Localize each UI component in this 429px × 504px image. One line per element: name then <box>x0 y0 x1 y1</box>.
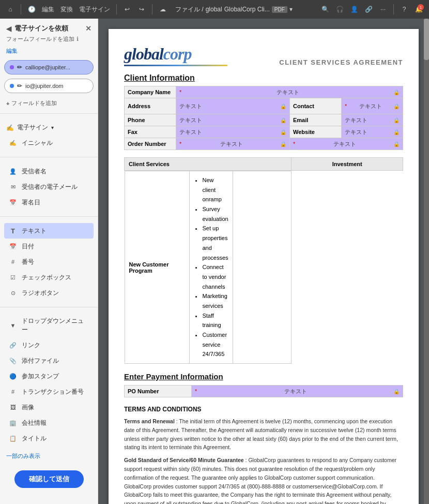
terms-para-gold: Gold Standard of Service/60 Minute Guara… <box>124 456 403 504</box>
po-number-field[interactable]: * テキスト 🔒 <box>192 386 403 397</box>
link-icon[interactable]: 🔗 <box>362 3 375 16</box>
sep4 <box>393 4 394 14</box>
subtitle-text: フォームフィールドを追加 <box>6 35 74 43</box>
text-icon: T <box>8 226 18 235</box>
sep3 <box>152 4 152 14</box>
format-badge: PDF <box>272 6 287 13</box>
esign-menu[interactable]: 電子サイン <box>79 5 110 14</box>
field-item-stamp[interactable]: 🔵 参加スタンプ <box>4 368 94 384</box>
website-field[interactable]: テキスト 🔒 <box>342 126 403 138</box>
field-item-title[interactable]: 📋 タイトル <box>4 431 94 446</box>
field-item-recipient-email[interactable]: ✉ 受信者の電子メール <box>4 179 94 195</box>
signer-item-1[interactable]: ✏ calliope@jupiter... <box>4 60 94 75</box>
logo-container: globalcorp <box>124 45 227 66</box>
field-item-initial[interactable]: ✍ イニシャル <box>4 135 94 151</box>
field-item-image[interactable]: 🖼 画像 <box>4 399 94 415</box>
terms-para-renewal: Terms and Renewal : The initial term of … <box>124 417 403 452</box>
history-icon[interactable]: 🕐 <box>25 3 38 16</box>
lock-icon-fax: 🔒 <box>280 129 286 135</box>
edit-label[interactable]: 編集 <box>6 48 18 54</box>
format-chevron[interactable]: ▾ <box>289 6 293 13</box>
phone-field[interactable]: テキスト 🔒 <box>176 114 290 126</box>
order-number-field2[interactable]: * テキスト 🔒 <box>290 138 403 150</box>
edit-menu[interactable]: 編集 <box>42 5 54 14</box>
form-fields-section: T テキスト 📅 日付 # 番号 ☑ チェックボックス ⊙ ラジオボタン <box>0 221 98 303</box>
field-item-dropdown[interactable]: ▼ ドロップダウンメニュー <box>4 314 94 337</box>
add-field-btn[interactable]: + フィールドを追加 <box>0 95 98 109</box>
field-item-date[interactable]: 📅 日付 <box>4 239 94 254</box>
user-icon[interactable]: 👤 <box>348 3 360 16</box>
main-content: globalcorp CLIENT SERVICES AGREEMENT Cli… <box>98 19 429 504</box>
confirm-send-button[interactable]: 確認して送信 <box>14 470 84 488</box>
field-item-radio[interactable]: ⊙ ラジオボタン <box>4 285 94 301</box>
field-item-link[interactable]: 🔗 リンク <box>4 337 94 353</box>
divider-1 <box>0 113 98 114</box>
initial-label: イニシャル <box>22 139 53 147</box>
image-label: 画像 <box>22 403 34 412</box>
close-icon[interactable]: ✕ <box>85 24 91 33</box>
panel-title: 電子サインを依頼 <box>14 24 68 33</box>
email-field[interactable]: テキスト 🔒 <box>342 114 403 126</box>
program-item-3: Connect to vendor channels <box>202 262 228 291</box>
services-program-cell: New Customer Program New client onramp S… <box>125 171 292 364</box>
esign-header[interactable]: ✍ 電子サイン ▾ <box>4 120 94 135</box>
bell-icon[interactable]: 🔔 1 <box>412 3 425 16</box>
required-star-po: * <box>195 388 197 394</box>
help-icon[interactable]: ? <box>398 3 410 16</box>
required-star-order: * <box>179 141 181 147</box>
field-item-checkbox[interactable]: ☑ チェックボックス <box>4 270 94 285</box>
terms-bold-renewal: Terms and Renewal <box>124 418 175 424</box>
lock-icon-po: 🔒 <box>393 389 400 394</box>
order-number-field[interactable]: * テキスト 🔒 <box>176 138 290 150</box>
esign-label: 電子サイン <box>17 123 48 132</box>
field-item-signature-date[interactable]: 📅 署名日 <box>4 195 94 210</box>
field-item-attachment[interactable]: 📎 添付ファイル <box>4 353 94 368</box>
signature-date-label: 署名日 <box>22 198 40 207</box>
initial-icon: ✍ <box>8 138 18 147</box>
panel-back-icon[interactable]: ◀ <box>6 25 11 33</box>
website-label: Website <box>290 126 342 138</box>
scrollbar[interactable] <box>424 19 429 504</box>
home-icon[interactable]: ⌂ <box>4 3 17 16</box>
audio-icon[interactable]: 🎧 <box>333 3 346 16</box>
signer-icon-1: ✏ <box>17 64 22 71</box>
field-item-company[interactable]: 🏢 会社情報 <box>4 415 94 431</box>
contact-field[interactable]: * テキスト 🔒 <box>342 98 403 114</box>
lock-icon-website: 🔒 <box>393 129 400 135</box>
contact-label: Contact <box>290 98 342 114</box>
order-number-label: Order Number <box>125 138 176 150</box>
signer-dot-2 <box>10 84 14 88</box>
field-item-transaction[interactable]: # トランザクション番号 <box>4 384 94 399</box>
title-icon: 📋 <box>8 434 18 443</box>
undo-icon[interactable]: ↩ <box>121 3 133 16</box>
plus-icon: + <box>6 100 9 107</box>
signer-item-2[interactable]: ✏ io@jupiter.dom <box>4 79 94 93</box>
fax-field[interactable]: テキスト 🔒 <box>176 126 290 138</box>
search-icon[interactable]: 🔍 <box>319 3 331 16</box>
field-item-number[interactable]: # 番号 <box>4 254 94 270</box>
company-name-field[interactable]: * テキスト 🔒 <box>176 86 403 98</box>
scrollbar-thumb[interactable] <box>424 19 429 60</box>
field-item-recipient-name[interactable]: 👤 受信者名 <box>4 164 94 179</box>
logo-text-corp: corp <box>163 45 192 63</box>
redo-icon[interactable]: ↪ <box>135 3 148 16</box>
field-item-text[interactable]: T テキスト <box>4 223 94 239</box>
show-more-btn[interactable]: 一部のみ表示 <box>0 448 98 464</box>
recipient-section: 👤 受信者名 ✉ 受信者の電子メール 📅 署名日 <box>0 161 98 212</box>
filepath-label: ファイル / <box>175 5 204 14</box>
image-icon: 🖼 <box>8 403 18 412</box>
terms-body: Terms and Renewal : The initial term of … <box>124 417 403 504</box>
address-label: Address <box>125 98 176 114</box>
address-field[interactable]: テキスト 🔒 <box>176 98 290 114</box>
more-icon[interactable]: ··· <box>377 3 389 16</box>
recipient-email-label: 受信者の電子メール <box>22 183 78 191</box>
transform-menu[interactable]: 変換 <box>60 5 73 14</box>
recipient-name-icon: 👤 <box>8 167 18 176</box>
divider-4 <box>0 307 98 307</box>
panel-header-left: ◀ 電子サインを依頼 <box>6 24 68 33</box>
signature-date-icon: 📅 <box>8 198 18 207</box>
link-label: リンク <box>22 341 40 350</box>
lock-icon-order2: 🔒 <box>393 141 400 147</box>
program-item-5: Staff training <box>202 311 228 330</box>
cloud-icon[interactable]: ☁ <box>157 3 169 16</box>
